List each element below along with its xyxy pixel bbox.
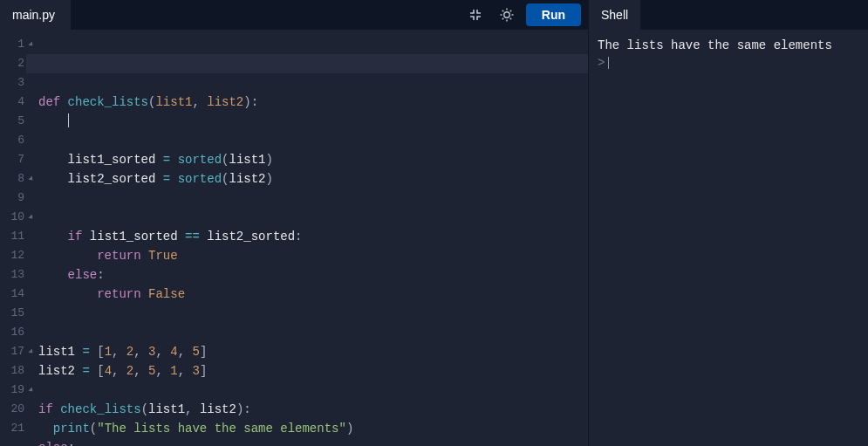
collapse-icon[interactable] bbox=[461, 3, 489, 27]
token: True bbox=[148, 249, 178, 263]
line-number: 4 bbox=[0, 93, 26, 112]
line-number: 21 bbox=[0, 419, 26, 438]
token: def bbox=[38, 95, 68, 109]
shell-cursor bbox=[608, 57, 609, 69]
line-number: 12 bbox=[0, 246, 26, 265]
token: if bbox=[68, 230, 90, 244]
code-line[interactable] bbox=[38, 208, 588, 227]
token: 1 bbox=[170, 364, 177, 378]
code-line[interactable] bbox=[38, 381, 588, 400]
token: list2 bbox=[207, 95, 243, 109]
token: else bbox=[38, 441, 68, 446]
token: [ bbox=[97, 345, 104, 359]
code-line[interactable]: else: bbox=[38, 265, 588, 285]
token: , bbox=[185, 402, 200, 416]
code-line[interactable]: if list1_sorted == list2_sorted: bbox=[38, 227, 588, 246]
token: , bbox=[192, 95, 207, 109]
token: ] bbox=[200, 364, 207, 378]
code-line[interactable]: def check_lists(list1, list2): bbox=[38, 93, 588, 112]
token: , bbox=[178, 345, 193, 359]
token bbox=[38, 287, 97, 301]
token bbox=[38, 422, 53, 436]
line-number: 10 bbox=[0, 208, 26, 227]
token: : bbox=[295, 230, 302, 244]
token: = bbox=[75, 364, 97, 378]
line-number: 9 bbox=[0, 189, 26, 208]
code-line[interactable]: list1_sorted = sorted(list1) bbox=[38, 150, 588, 169]
token: 1 bbox=[105, 345, 112, 359]
line-number: 19 bbox=[0, 381, 26, 400]
theme-icon[interactable] bbox=[493, 3, 521, 27]
text-cursor bbox=[68, 113, 69, 127]
token bbox=[38, 230, 68, 244]
token: ( bbox=[141, 402, 148, 416]
shell-output[interactable]: The lists have the same elements > bbox=[589, 30, 868, 446]
line-number: 8 bbox=[0, 169, 26, 189]
shell-output-line: The lists have the same elements bbox=[598, 38, 832, 52]
line-number: 15 bbox=[0, 304, 26, 323]
run-button[interactable]: Run bbox=[526, 3, 581, 26]
token: if bbox=[38, 402, 60, 416]
token: [ bbox=[97, 364, 104, 378]
token: list1 bbox=[38, 345, 75, 359]
token: : bbox=[68, 441, 75, 446]
token: list2_sorted bbox=[207, 230, 295, 244]
code-line[interactable]: if check_lists(list1, list2): bbox=[38, 400, 588, 419]
line-number: 18 bbox=[0, 361, 26, 381]
token bbox=[38, 249, 97, 263]
token: ( bbox=[90, 422, 97, 436]
line-number: 7 bbox=[0, 150, 26, 169]
code-line[interactable]: list1 = [1, 2, 3, 4, 5] bbox=[38, 342, 588, 361]
code-line[interactable]: else: bbox=[38, 438, 588, 446]
line-number: 11 bbox=[0, 227, 26, 246]
line-number: 14 bbox=[0, 285, 26, 304]
token: list1_sorted bbox=[90, 230, 178, 244]
token: "The lists have the same elements" bbox=[97, 422, 346, 436]
code-line[interactable] bbox=[38, 323, 588, 342]
code-line[interactable] bbox=[38, 304, 588, 323]
token: , bbox=[112, 364, 126, 378]
token: sorted bbox=[178, 172, 222, 186]
shell-prompt: > bbox=[598, 56, 605, 70]
token: 3 bbox=[193, 364, 200, 378]
code-line[interactable] bbox=[38, 131, 588, 150]
code-line[interactable]: return False bbox=[38, 285, 588, 304]
file-tab[interactable]: main.py bbox=[0, 0, 72, 30]
shell-pane: Shell The lists have the same elements > bbox=[589, 0, 868, 446]
token bbox=[38, 153, 68, 167]
code-body[interactable]: def check_lists(list1, list2): list1_sor… bbox=[26, 30, 588, 446]
svg-point-0 bbox=[504, 12, 509, 17]
editor-header: main.py Run bbox=[0, 0, 588, 30]
token: , bbox=[133, 345, 148, 359]
token: = bbox=[75, 345, 97, 359]
token: ) bbox=[266, 172, 273, 186]
token: ): bbox=[236, 402, 251, 416]
token: list2_sorted bbox=[68, 172, 156, 186]
token: 2 bbox=[126, 364, 133, 378]
code-line[interactable]: print("The lists have the same elements"… bbox=[38, 419, 588, 438]
token: == bbox=[178, 230, 208, 244]
token: ): bbox=[243, 95, 258, 109]
code-line[interactable] bbox=[38, 189, 588, 208]
shell-header: Shell bbox=[589, 0, 868, 30]
token: , bbox=[155, 364, 170, 378]
token: False bbox=[148, 287, 185, 301]
token: list2 bbox=[200, 402, 236, 416]
token: , bbox=[155, 345, 170, 359]
code-line[interactable]: list2 = [4, 2, 5, 1, 3] bbox=[38, 361, 588, 381]
shell-tab[interactable]: Shell bbox=[589, 0, 640, 30]
code-line[interactable]: list2_sorted = sorted(list2) bbox=[38, 169, 588, 189]
token: = bbox=[155, 172, 177, 186]
token: print bbox=[53, 422, 90, 436]
code-editor[interactable]: 123456789101112131415161718192021 def ch… bbox=[0, 30, 588, 446]
code-line[interactable] bbox=[38, 112, 588, 131]
token: else bbox=[68, 268, 98, 282]
token: list1 bbox=[229, 153, 265, 167]
token: ) bbox=[266, 153, 273, 167]
file-tab-label: main.py bbox=[12, 8, 55, 22]
line-gutter: 123456789101112131415161718192021 bbox=[0, 30, 26, 446]
token: check_lists bbox=[68, 95, 148, 109]
code-line[interactable]: return True bbox=[38, 246, 588, 265]
line-number: 13 bbox=[0, 265, 26, 285]
svg-line-6 bbox=[510, 18, 511, 19]
